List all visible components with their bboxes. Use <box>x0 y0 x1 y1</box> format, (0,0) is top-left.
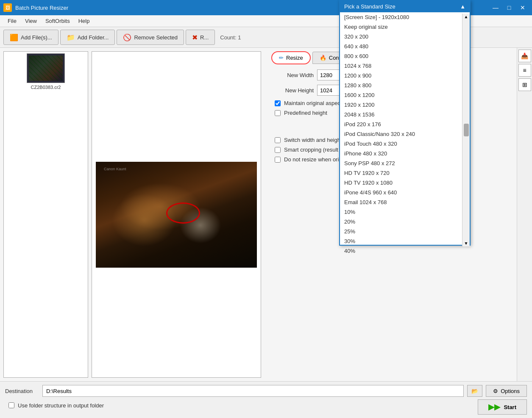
dropdown-item-15[interactable]: Sony PSP 480 x 272 <box>340 158 470 168</box>
dropdown-item-22[interactable]: 25% <box>340 227 470 236</box>
folder-structure-label: Use folder structure in output folder <box>18 402 104 409</box>
start-icon: ▶▶ <box>488 402 500 412</box>
remove-selected-icon: 🚫 <box>123 33 131 42</box>
dropdown-header: Pick a Standard Size ▲ <box>340 1 470 12</box>
dropdown-item-19[interactable]: Email 1024 x 768 <box>340 197 470 207</box>
resize-tab-icon: ✏ <box>279 55 284 61</box>
scroll-thumb <box>464 124 469 136</box>
scrollbar[interactable]: ▲ ▼ <box>462 14 470 246</box>
standard-size-dropdown: Pick a Standard Size ▲ [Screen Size] - 1… <box>339 0 471 246</box>
destination-row: Destination 📂 ⚙ Options <box>5 385 527 397</box>
dropdown-item-5[interactable]: 1024 x 768 <box>340 61 470 71</box>
file-list-panel: CZ2B0383.cr2 <box>3 51 88 378</box>
destination-label: Destination <box>5 388 39 394</box>
sidebar-grid-button[interactable]: ⊞ <box>518 78 531 91</box>
folder-structure-checkbox[interactable] <box>8 402 14 408</box>
browse-icon: 📂 <box>471 388 478 394</box>
resize-tab-label: Resize <box>286 55 303 61</box>
folder-structure-row: Use folder structure in output folder <box>5 402 104 409</box>
dropdown-item-11[interactable]: iPod 220 x 176 <box>340 119 470 129</box>
dropdown-item-1[interactable]: Keep original size <box>340 22 470 32</box>
convert-tab-icon: 🔥 <box>320 55 326 61</box>
preview-area: Canon Kaunt <box>92 51 261 378</box>
thumb-overlay <box>29 55 63 81</box>
scroll-up-btn[interactable]: ▲ <box>464 14 468 19</box>
scroll-down-btn[interactable]: ▼ <box>464 241 468 246</box>
switch-wh-checkbox[interactable] <box>275 137 281 143</box>
options-button[interactable]: ⚙ Options <box>486 385 527 397</box>
dropdown-item-6[interactable]: 1200 x 900 <box>340 71 470 80</box>
sidebar-import-button[interactable]: 📥 <box>518 50 531 62</box>
window-controls: — □ ✕ <box>490 2 529 14</box>
preview-watermark: Canon Kaunt <box>104 167 126 171</box>
file-thumbnail <box>27 53 65 83</box>
dropdown-item-17[interactable]: HD TV 1920 x 1080 <box>340 178 470 188</box>
dropdown-item-8[interactable]: 1600 x 1200 <box>340 90 470 100</box>
preview-image: Canon Kaunt <box>96 162 257 268</box>
dropdown-item-23[interactable]: 30% <box>340 236 470 246</box>
add-folder-label: Add Folder... <box>78 34 109 41</box>
close-button[interactable]: ✕ <box>517 2 529 14</box>
new-height-label: New Height <box>271 87 314 94</box>
add-files-label: Add File(s)... <box>21 34 52 41</box>
dropdown-item-18[interactable]: iPone 4/4S 960 x 640 <box>340 188 470 197</box>
start-label: Start <box>504 404 516 410</box>
dropdown-item-16[interactable]: HD TV 1920 x 720 <box>340 168 470 178</box>
add-files-button[interactable]: 🟧 Add File(s)... <box>3 30 58 45</box>
dropdown-scroll-up-icon[interactable]: ▲ <box>460 3 465 10</box>
dropdown-title: Pick a Standard Size <box>344 3 396 10</box>
sidebar-list-button[interactable]: ≡ <box>518 64 531 77</box>
menu-view[interactable]: View <box>21 16 41 26</box>
add-folder-icon: 📁 <box>67 33 75 42</box>
list-item[interactable]: CZ2B0383.cr2 <box>4 52 88 91</box>
dropdown-item-14[interactable]: iPhone 480 x 320 <box>340 149 470 158</box>
add-folder-button[interactable]: 📁 Add Folder... <box>60 30 115 45</box>
remove-all-label: R... <box>200 34 209 41</box>
destination-input[interactable] <box>42 385 464 397</box>
tab-resize[interactable]: ✏ Resize <box>271 51 311 64</box>
thumb-inner <box>29 55 63 81</box>
preview-glass <box>176 204 225 246</box>
menu-help[interactable]: Help <box>74 16 94 26</box>
minimize-button[interactable]: — <box>490 2 501 14</box>
dropdown-item-10[interactable]: 2048 x 1536 <box>340 110 470 119</box>
file-name: CZ2B0383.cr2 <box>31 85 61 90</box>
dropdown-item-7[interactable]: 1280 x 800 <box>340 80 470 90</box>
maintain-aspect-checkbox[interactable] <box>275 100 281 106</box>
bottom-bar: Destination 📂 ⚙ Options Use folder struc… <box>0 381 532 418</box>
bottom-row: Use folder structure in output folder ▶▶… <box>5 399 527 415</box>
smart-crop-checkbox[interactable] <box>275 147 281 153</box>
dropdown-item-2[interactable]: 320 x 200 <box>340 32 470 42</box>
dropdown-list[interactable]: [Screen Size] - 1920x1080Keep original s… <box>340 12 470 254</box>
app-icon: 🖼 <box>3 3 12 12</box>
predefined-height-label: Predefined height <box>284 110 327 116</box>
maximize-button[interactable]: □ <box>503 2 515 14</box>
remove-selected-button[interactable]: 🚫 Remove Selected <box>117 30 184 45</box>
dropdown-item-0[interactable]: [Screen Size] - 1920x1080 <box>340 12 470 22</box>
predefined-height-checkbox[interactable] <box>275 110 281 116</box>
menu-softorbits[interactable]: SoftOrbits <box>41 16 74 26</box>
dropdown-item-12[interactable]: iPod Classic/Nano 320 x 240 <box>340 129 470 139</box>
destination-browse-button[interactable]: 📂 <box>467 385 482 397</box>
right-sidebar: 📥 ≡ ⊞ <box>517 48 532 381</box>
remove-selected-label: Remove Selected <box>134 34 178 41</box>
menu-file[interactable]: File <box>3 16 21 26</box>
dropdown-item-21[interactable]: 20% <box>340 217 470 227</box>
dropdown-item-9[interactable]: 1920 x 1200 <box>340 100 470 110</box>
dropdown-item-3[interactable]: 640 x 480 <box>340 42 470 51</box>
remove-all-icon: ✖ <box>192 33 198 42</box>
dropdown-item-13[interactable]: iPod Touch 480 x 320 <box>340 139 470 149</box>
add-files-icon: 🟧 <box>10 33 18 42</box>
no-resize-checkbox[interactable] <box>275 157 281 163</box>
dropdown-item-4[interactable]: 800 x 600 <box>340 51 470 61</box>
file-count: Count: 1 <box>220 34 241 41</box>
start-button[interactable]: ▶▶ Start <box>478 399 527 415</box>
dropdown-item-24[interactable]: 40% <box>340 246 470 254</box>
options-label: Options <box>501 388 520 394</box>
new-width-label: New Width <box>271 72 314 78</box>
dropdown-item-20[interactable]: 10% <box>340 207 470 217</box>
remove-all-button[interactable]: ✖ R... <box>186 30 215 45</box>
options-gear-icon: ⚙ <box>493 388 498 394</box>
